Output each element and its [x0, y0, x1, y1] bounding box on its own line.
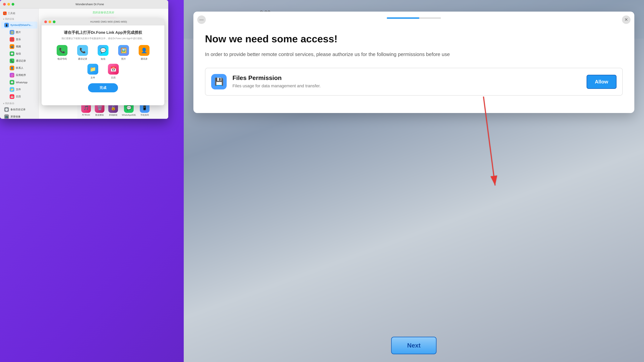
sidebar-item-photos[interactable]: 🖼️ 图片: [6, 29, 37, 36]
files-permission-row: 💾 Files Permission Files usage for data …: [205, 68, 623, 96]
huawei-dialog-title: HUAWEI DMG-W00 (DMG-W00): [56, 20, 162, 23]
huawei-dialog: HUAWEI DMG-W00 (DMG-W00) 请在手机上打开Dr.Fone …: [42, 18, 164, 105]
perm-sms-icon: 💬: [98, 45, 108, 56]
data-erase-label: 数据擦除: [95, 114, 104, 117]
toolbox-section: 🔧 工具箱: [0, 11, 38, 16]
perm-photos-label: 照片: [121, 57, 126, 61]
huawei-min-button[interactable]: [48, 20, 51, 23]
sidebar-item-screen-mirror[interactable]: 📺 屏幕镜像: [1, 113, 37, 119]
files-icon: 📁: [10, 87, 14, 92]
perm-files-label: 文件: [90, 76, 95, 79]
perm-modal-desc: In order to provide better remote contro…: [205, 51, 623, 58]
huawei-close-button[interactable]: [44, 20, 47, 23]
perm-modal-heading: Now we need some access!: [205, 33, 623, 45]
calls-icon: 📞: [10, 58, 14, 63]
next-button[interactable]: Next: [391, 337, 436, 354]
permission-grid: 📞 电话号码 📞 通话记录 💬 短信 🖼️ 照片 👤 通讯录 📁: [48, 45, 158, 79]
sidebar: 🔧 工具箱 ▾ 我的设备 📱 flyinbed的MatePa... 🖼️ 图片 …: [0, 8, 39, 119]
perm-calendar-icon: 📅: [108, 64, 119, 75]
modal-progress-container: [387, 17, 441, 19]
modal-progress-fill: [387, 17, 419, 19]
perm-item-sms: 💬 短信: [94, 45, 112, 61]
apps-icon: ⬡: [10, 73, 14, 77]
files-perm-icon: 💾: [211, 74, 227, 89]
files-perm-desc: Files usage for data management and tran…: [232, 83, 581, 89]
perm-item-phone: 📞 电话号码: [54, 45, 71, 61]
contacts-icon: 👤: [10, 66, 14, 70]
perm-phone-icon: 📞: [57, 45, 68, 56]
sidebar-item-music[interactable]: 🎵 音乐: [6, 36, 37, 43]
huawei-subtext: 我们需要以下权限为您展示手机数据和文件，请在Dr.Fone Link App中进…: [48, 37, 158, 40]
sidebar-item-files[interactable]: 📁 文件: [6, 86, 37, 93]
perm-item-photos: 🖼️ 照片: [115, 45, 132, 61]
perm-contacts-label: 通讯录: [140, 57, 148, 61]
sidebar-item-video[interactable]: 📹 视频: [6, 43, 37, 50]
phone-screen-content: 21°C ☁️ 3:00 下午4:00 22°C — ✕ Now we: [184, 0, 644, 362]
close-window-button[interactable]: [3, 3, 6, 5]
maximize-window-button[interactable]: [12, 3, 14, 5]
backup-label: ▾ 我的备份: [0, 100, 38, 106]
sidebar-item-backup-history[interactable]: 🕐 备份历史记录: [1, 106, 37, 113]
files-perm-title: Files Permission: [232, 74, 581, 82]
photos-icon: 🖼️: [10, 30, 14, 35]
perm-contacts-icon: 👤: [139, 45, 150, 56]
phone-collab-label: 手机协同: [140, 114, 149, 117]
sidebar-item-apps[interactable]: ⬡ 应用程序: [6, 72, 37, 79]
huawei-body: 请在手机上打开Dr.Fone Link App并完成授权 我们需要以下权限为您展…: [42, 25, 164, 97]
device-icon: 📱: [4, 23, 9, 27]
sidebar-item-calendar[interactable]: 📅 日历: [6, 93, 37, 100]
screen-mirror-icon: 📺: [4, 114, 9, 119]
dialog-done-area: 完成: [48, 83, 158, 92]
whatsapp-icon: 💬: [10, 80, 14, 85]
phone-screen-panel: 21°C ☁️ 3:00 下午4:00 22°C — ✕ Now we: [184, 0, 644, 362]
perm-photos-icon: 🖼️: [118, 45, 129, 56]
perm-calendar-label: 日历: [111, 76, 116, 79]
allow-button[interactable]: Allow: [586, 75, 616, 89]
device-status: 您的设备状态良好: [39, 8, 168, 17]
sidebar-item-whatsapp[interactable]: 💬 WhatsApp: [6, 79, 37, 86]
sidebar-item-contacts[interactable]: 👤 联系人: [6, 64, 37, 71]
red-arrow-indicator: [464, 97, 503, 193]
perm-files-icon: 📁: [88, 64, 98, 75]
perm-item-files: 📁 文件: [84, 64, 102, 79]
modal-close-button[interactable]: ✕: [622, 15, 630, 24]
perm-item-calls: 📞 通话记录: [74, 45, 91, 61]
next-button-area: Next: [391, 337, 436, 354]
calendar-icon: 📅: [10, 94, 14, 99]
screen-unlock-label: 屏幕解锁: [109, 114, 118, 117]
files-perm-text: Files Permission Files usage for data ma…: [232, 74, 581, 89]
huawei-max-button[interactable]: [53, 20, 56, 23]
window-traffic-lights: [3, 3, 14, 5]
whatsapp-transfer-label: WhatsApp转机: [122, 114, 136, 117]
toolbox-icon: 🔧: [3, 11, 6, 15]
sms-icon: 💬: [10, 51, 14, 56]
perm-calls-icon: 📞: [77, 45, 88, 56]
my-devices-label: ▾ 我的设备: [0, 16, 38, 21]
music-icon: 🎵: [10, 37, 14, 42]
huawei-traffic-lights: [44, 20, 56, 23]
huawei-titlebar: HUAWEI DMG-W00 (DMG-W00): [42, 18, 164, 25]
perm-sms-label: 短信: [101, 57, 106, 61]
permission-modal: — ✕ Now we need some access! In order to…: [194, 11, 634, 113]
app-title: Wondershare Dr.Fone: [14, 2, 165, 6]
done-button[interactable]: 完成: [88, 83, 118, 92]
perm-phone-label: 电话号码: [58, 57, 67, 61]
minimize-window-button[interactable]: [7, 3, 10, 5]
sidebar-item-sms[interactable]: 💬 短信: [6, 50, 37, 57]
ai-music-label: AI Music: [82, 114, 90, 116]
perm-item-contacts: 👤 通讯录: [136, 45, 153, 61]
huawei-heading: 请在手机上打开Dr.Fone Link App并完成授权: [48, 30, 158, 35]
perm-item-calendar: 📅 日历: [105, 64, 122, 79]
perm-calls-label: 通话记录: [78, 57, 87, 61]
svg-line-1: [484, 97, 495, 185]
drfone-titlebar: Wondershare Dr.Fone: [0, 0, 168, 8]
backup-history-icon: 🕐: [4, 107, 9, 112]
sidebar-item-device[interactable]: 📱 flyinbed的MatePa...: [1, 22, 37, 29]
sidebar-item-calls[interactable]: 📞 通话记录: [6, 57, 37, 64]
video-icon: 📹: [10, 44, 14, 49]
modal-min-button[interactable]: —: [197, 15, 206, 24]
